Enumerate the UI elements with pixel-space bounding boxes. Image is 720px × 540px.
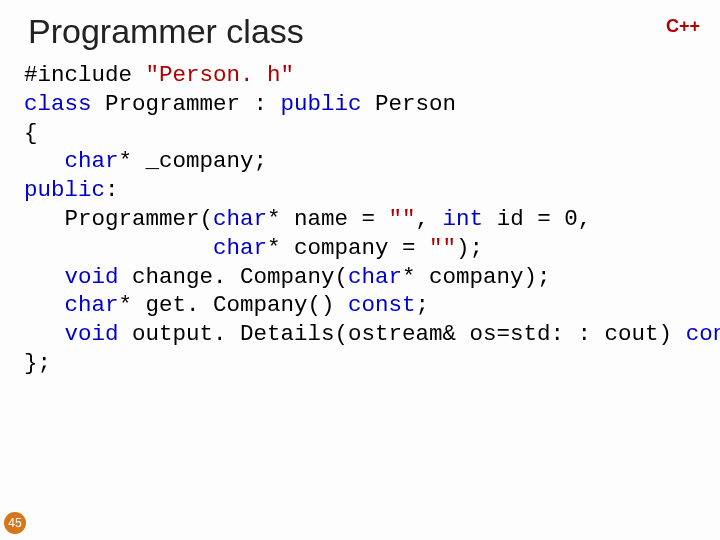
code-token: }; xyxy=(24,350,51,376)
code-token: * company); xyxy=(402,264,551,290)
code-keyword: int xyxy=(443,206,484,232)
code-keyword: char xyxy=(213,206,267,232)
code-token xyxy=(24,148,65,174)
code-token: id = 0, xyxy=(483,206,591,232)
code-token: Programmer( xyxy=(24,206,213,232)
code-keyword: public xyxy=(281,91,362,117)
code-keyword: const xyxy=(348,292,416,318)
code-token: ; xyxy=(416,292,430,318)
code-token xyxy=(24,292,65,318)
code-keyword: char xyxy=(213,235,267,261)
page-number-badge: 45 xyxy=(4,512,26,534)
code-keyword: char xyxy=(65,292,119,318)
title-row: Programmer class C++ xyxy=(0,0,720,57)
code-token: Programmer : xyxy=(92,91,281,117)
code-token: #include xyxy=(24,62,146,88)
code-token xyxy=(24,321,65,347)
code-keyword: char xyxy=(65,148,119,174)
code-string: "Person. h" xyxy=(146,62,295,88)
code-token xyxy=(24,264,65,290)
code-keyword: void xyxy=(65,264,119,290)
code-keyword: public xyxy=(24,177,105,203)
code-keyword: const xyxy=(686,321,720,347)
code-keyword: void xyxy=(65,321,119,347)
code-token: ); xyxy=(456,235,483,261)
code-token: * name = xyxy=(267,206,389,232)
slide-title: Programmer class xyxy=(28,12,304,51)
code-token: Person xyxy=(362,91,457,117)
code-string: "" xyxy=(429,235,456,261)
code-token xyxy=(24,235,213,261)
code-keyword: char xyxy=(348,264,402,290)
code-token: : xyxy=(105,177,119,203)
code-token: output. Details(ostream& os=std: : cout) xyxy=(119,321,686,347)
language-badge: C++ xyxy=(666,12,702,37)
code-keyword: class xyxy=(24,91,92,117)
code-string: "" xyxy=(389,206,416,232)
code-block: #include "Person. h" class Programmer : … xyxy=(0,57,720,378)
slide: Programmer class C++ #include "Person. h… xyxy=(0,0,720,540)
code-token: change. Company( xyxy=(119,264,349,290)
code-token: { xyxy=(24,120,38,146)
code-token: , xyxy=(416,206,443,232)
code-token: * company = xyxy=(267,235,429,261)
code-token: * get. Company() xyxy=(119,292,349,318)
code-token: * _company; xyxy=(119,148,268,174)
